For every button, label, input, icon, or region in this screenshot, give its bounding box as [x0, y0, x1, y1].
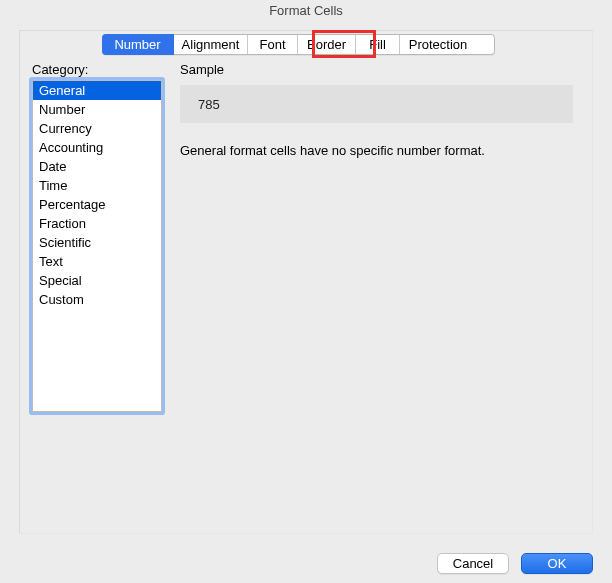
tab-number[interactable]: Number — [102, 34, 174, 55]
category-item-percentage[interactable]: Percentage — [33, 195, 161, 214]
format-description: General format cells have no specific nu… — [180, 143, 573, 158]
tab-strip: Number Alignment Font Border Fill Protec… — [102, 34, 495, 55]
category-label: Category: — [32, 62, 88, 77]
category-item-date[interactable]: Date — [33, 157, 161, 176]
ok-button[interactable]: OK — [521, 553, 593, 574]
tab-border[interactable]: Border — [298, 35, 356, 54]
cancel-button[interactable]: Cancel — [437, 553, 509, 574]
category-item-custom[interactable]: Custom — [33, 290, 161, 309]
sample-label: Sample — [180, 62, 224, 77]
category-item-accounting[interactable]: Accounting — [33, 138, 161, 157]
category-item-scientific[interactable]: Scientific — [33, 233, 161, 252]
category-listbox[interactable]: General Number Currency Accounting Date … — [32, 80, 162, 412]
tab-fill[interactable]: Fill — [356, 35, 400, 54]
sample-preview: 785 — [180, 85, 573, 123]
category-item-fraction[interactable]: Fraction — [33, 214, 161, 233]
category-item-text[interactable]: Text — [33, 252, 161, 271]
category-item-number[interactable]: Number — [33, 100, 161, 119]
category-item-general[interactable]: General — [33, 81, 161, 100]
category-item-currency[interactable]: Currency — [33, 119, 161, 138]
category-item-time[interactable]: Time — [33, 176, 161, 195]
tab-protection[interactable]: Protection — [400, 35, 476, 54]
dialog-buttons: Cancel OK — [437, 553, 593, 574]
sample-value: 785 — [198, 97, 220, 112]
category-item-special[interactable]: Special — [33, 271, 161, 290]
tab-alignment[interactable]: Alignment — [174, 35, 248, 54]
tab-font[interactable]: Font — [248, 35, 298, 54]
window-title: Format Cells — [0, 0, 612, 22]
